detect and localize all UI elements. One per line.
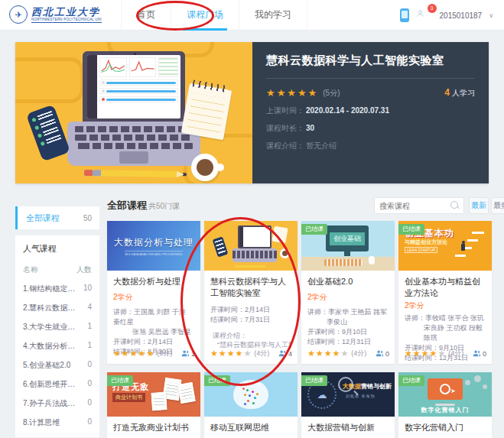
students-count: 0: [376, 349, 389, 358]
popular-course-item[interactable]: 8.计算思维0: [23, 417, 92, 428]
course-teachers: 讲师：李家华 王艳茹 路军: [307, 307, 389, 317]
star-rating: ★★★★: [405, 349, 437, 359]
sort-newest-button[interactable]: 最新: [469, 197, 489, 214]
section-course-count: 共50门课: [148, 201, 180, 212]
students-icon: [473, 349, 481, 358]
notification-badge[interactable]: 3: [428, 4, 437, 13]
laptop-illustration: [83, 51, 185, 122]
user-avatar-icon: [416, 9, 424, 18]
featured-course-banner[interactable]: 慧科云数据科学与人工智能实验室 ★★★★★ (5分) 4人学习 上课时间：202…: [15, 42, 489, 183]
sort-hottest-button[interactable]: 最热: [491, 197, 504, 214]
popular-courses-title: 人气课程: [23, 243, 92, 255]
coffee-cup-illustration: [191, 154, 219, 181]
course-title: 创业基础2.0: [307, 276, 389, 287]
popular-course-item[interactable]: 5.创业基础2.00: [23, 360, 92, 371]
course-card-bigdata[interactable]: 大数据分析与处理 BIG DATA ANALYSIS AND PROCESSIN…: [107, 221, 200, 364]
course-thumbnail: 大数据分析与处理 BIG DATA ANALYSIS AND PROCESSIN…: [107, 221, 200, 271]
popular-course-item[interactable]: 3.大学生就业综合技能提升1: [23, 322, 92, 333]
course-card-huike-ai-lab[interactable]: 慧科云数据科学与人工智能实验室 开课时间：2月14日 结课时间：7月31日 课程…: [204, 221, 298, 364]
course-title: 打造无敌商业计划书: [113, 422, 194, 433]
pencil-illustration: [84, 170, 177, 177]
course-intro-label: 课程介绍：: [210, 331, 291, 340]
nav-course-plaza[interactable]: 课程广场: [171, 0, 239, 31]
course-card-entrepreneurship[interactable]: 已结课 创业基础 创业基础2.0 2学分 讲师：李家华 王艳茹 路军 李俊山 开…: [301, 221, 395, 364]
course-card-bigdata-marketing[interactable]: 已结课 ☁ 大数据营销与创新 刘晓彪 朱海翔 大数据营销与创新: [301, 372, 395, 438]
cursor-icon: ➤: [450, 388, 456, 394]
course-card-business-plan[interactable]: 已结课 打造无敌 商业计划书 打造无敌商业计划书: [107, 372, 200, 438]
avatar[interactable]: 3: [416, 7, 433, 24]
top-header: ✈ 西北工业大学 NORTHWESTERN POLYTECHNICAL UNIV…: [0, 0, 504, 31]
students-count: 4: [278, 349, 292, 358]
course-start-date: 开课时间：9月10日: [307, 327, 389, 337]
course-status-badge: 已结课: [301, 224, 327, 235]
course-grid: 大数据分析与处理 BIG DATA ANALYSIS AND PROCESSIN…: [107, 221, 492, 438]
course-title: 大数据分析与处理: [113, 276, 194, 287]
course-thumbnail: 已结课 创业基本功 与精益创业方法论 LEAN STARTUP: [398, 221, 492, 271]
sidebar-popular-courses: 人气课程 名称人数 1.钢结构稳定理论10 2.慧科云数据科学与人工智…4 3.…: [15, 235, 99, 437]
course-status-badge: 已结课: [398, 224, 424, 235]
climbing-figure: [460, 241, 466, 251]
nav-home[interactable]: 首页: [121, 0, 171, 31]
username[interactable]: 2015010187: [440, 11, 483, 20]
popular-courses-header: 名称人数: [23, 264, 92, 275]
popular-course-item[interactable]: 7.孙子兵法战略思维0: [23, 398, 92, 409]
course-title: 移动互联网思维: [210, 422, 291, 433]
star-rating: ★★★★: [307, 349, 340, 359]
nav-my-learning[interactable]: 我的学习: [239, 0, 307, 31]
course-title: 创业基本功与精益创业方法论: [405, 276, 486, 299]
course-end-date: 结课时间：12月31日: [307, 337, 389, 347]
course-status-badge: 已结课: [301, 375, 327, 386]
university-name-en: NORTHWESTERN POLYTECHNICAL UNIVERSITY: [31, 18, 102, 23]
search-input[interactable]: [375, 202, 450, 210]
course-thumbnail: 已结课 创业基础: [301, 221, 395, 271]
user-area: 3 2015010187 ∨: [400, 0, 493, 31]
course-credits: 2学分: [405, 300, 486, 311]
course-card-mobile-internet[interactable]: 已结课 移动互联网思维: [204, 372, 298, 438]
course-card-digital-marketing[interactable]: 已结课 ➤ 数字化营销入门 数字化营销入门: [398, 372, 492, 438]
students-icon: [181, 349, 190, 358]
chevron-down-icon[interactable]: ∨: [489, 12, 493, 19]
sidebar-all-courses-count: 50: [83, 214, 92, 222]
section-title: 全部课程: [107, 199, 147, 213]
students-count: 0: [473, 349, 486, 358]
university-name-cn: 西北工业大学: [31, 7, 102, 18]
students-count: 1: [181, 349, 195, 358]
course-end-date: 结课时间：7月31日: [210, 315, 291, 325]
course-start-date: 开课时间：2月14日: [113, 337, 194, 347]
banner-rating-score: (5分): [323, 88, 340, 99]
popular-course-item[interactable]: 6.创新思维开发与落地0: [23, 379, 92, 390]
university-emblem-icon: ✈: [9, 5, 28, 24]
course-thumbnail: [204, 221, 298, 271]
popular-course-item[interactable]: 1.钢结构稳定理论10: [23, 284, 92, 294]
course-credits: 2学分: [307, 292, 389, 303]
course-thumbnail: 已结课 ☁ 大数据营销与创新 刘晓彪 朱海翔: [301, 372, 395, 417]
star-rating: ★★★★★: [113, 349, 154, 359]
banner-class-time: 上课时间：2020.02.14 - 2020.07.31: [266, 105, 475, 116]
brain-illustration: [233, 380, 268, 409]
banner-illustration: [15, 42, 252, 183]
banner-info: 慧科云数据科学与人工智能实验室 ★★★★★ (5分) 4人学习 上课时间：202…: [252, 42, 489, 183]
popular-course-item[interactable]: 4.大数据分析与处理1: [23, 341, 92, 352]
course-status-badge: 已结课: [398, 375, 424, 386]
popular-course-item[interactable]: 2.慧科云数据科学与人工智…4: [23, 303, 92, 313]
search-icon[interactable]: [450, 200, 460, 211]
course-title: 大数据营销与创新: [307, 422, 389, 433]
course-start-date: 开课时间：2月14日: [210, 305, 291, 315]
search-box[interactable]: [374, 197, 464, 214]
university-logo[interactable]: ✈ 西北工业大学 NORTHWESTERN POLYTECHNICAL UNIV…: [9, 5, 102, 24]
sidebar-all-courses[interactable]: 全部课程 50: [15, 206, 99, 229]
course-card-lean-startup[interactable]: 已结课 创业基本功 与精益创业方法论 LEAN STARTUP 创业基本功与精益…: [398, 221, 492, 364]
mobile-app-icon[interactable]: [400, 8, 409, 22]
sidebar-all-courses-label: 全部课程: [26, 213, 60, 224]
course-teachers: 讲师：王国胤 刘群 于洪 秦红星: [113, 307, 194, 327]
students-icon: [376, 349, 384, 358]
banner-course-intro: 课程介绍：暂无介绍: [266, 141, 475, 151]
course-thumbnail: 已结课 打造无敌 商业计划书: [107, 372, 200, 417]
banner-star-rating: ★★★★★: [266, 87, 318, 99]
banner-course-duration: 课程时长：30: [266, 123, 475, 134]
notepad-illustration: [181, 83, 232, 141]
magnifier-icon: [338, 377, 353, 392]
course-thumbnail: 已结课 ➤ 数字化营销入门: [398, 372, 492, 417]
students-icon: [278, 349, 287, 358]
course-title: 数字化营销入门: [405, 422, 486, 433]
